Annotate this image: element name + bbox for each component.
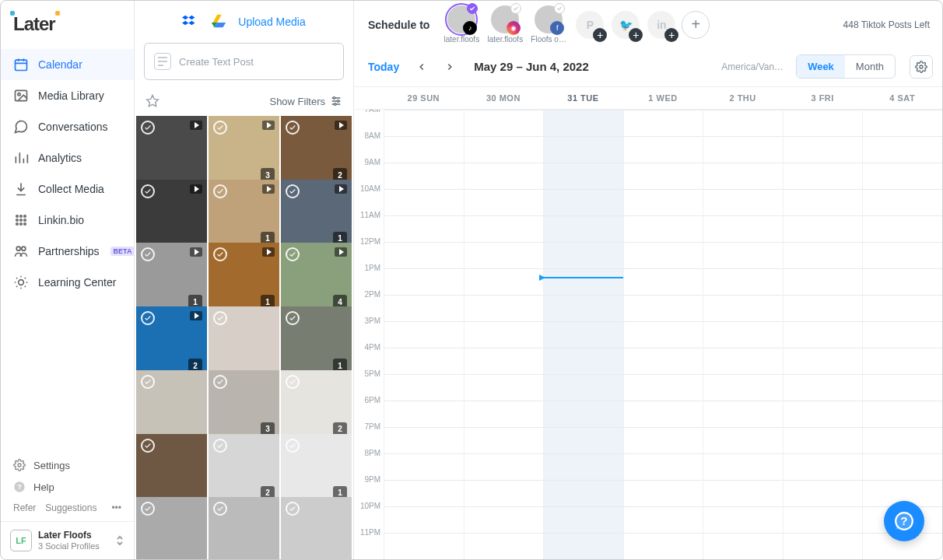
suggestions-link[interactable]: Suggestions: [45, 502, 96, 513]
show-filters-button[interactable]: Show Filters: [269, 95, 342, 107]
svg-point-10: [16, 215, 19, 218]
social-account-facebook[interactable]: fFloofs of …: [531, 5, 566, 44]
select-check-icon[interactable]: [141, 184, 155, 198]
select-check-icon[interactable]: [286, 311, 300, 325]
media-item[interactable]: 3: [209, 370, 279, 441]
date-range: May 29 – Jun 4, 2022: [474, 60, 589, 73]
select-check-icon[interactable]: [286, 247, 300, 261]
media-item[interactable]: [136, 370, 207, 441]
select-check-icon[interactable]: [213, 311, 227, 325]
day-column[interactable]: [783, 110, 863, 559]
media-item[interactable]: 1: [136, 243, 207, 313]
media-item[interactable]: 2: [281, 116, 352, 187]
refer-link[interactable]: Refer: [13, 502, 36, 513]
media-item[interactable]: 1: [281, 434, 352, 505]
select-check-icon[interactable]: [286, 439, 300, 453]
select-check-icon[interactable]: [141, 502, 155, 516]
prev-week-button[interactable]: [412, 57, 432, 77]
day-column[interactable]: ➤: [464, 110, 544, 559]
video-icon: [190, 121, 202, 130]
social-accounts: ♪later.floofs◉later.floofsfFloofs of …: [443, 5, 566, 44]
sidebar-item-linkin-bio[interactable]: Linkin.bio: [1, 205, 134, 236]
time-label: 1PM: [354, 264, 384, 290]
media-item[interactable]: 1: [281, 180, 352, 250]
select-check-icon[interactable]: [213, 184, 227, 198]
select-check-icon[interactable]: [141, 311, 155, 325]
day-column[interactable]: [384, 110, 464, 559]
social-account-instagram[interactable]: ◉later.floofs: [487, 5, 523, 44]
timezone-selector[interactable]: America/Van…: [721, 61, 783, 72]
sidebar-item-label: Learning Center: [38, 276, 116, 289]
video-icon: [190, 184, 202, 194]
day-column[interactable]: [543, 110, 623, 559]
select-check-icon[interactable]: [141, 247, 155, 261]
day-column[interactable]: [623, 110, 703, 559]
week-view-button[interactable]: Week: [797, 55, 845, 78]
day-column[interactable]: [703, 110, 783, 559]
svg-rect-0: [16, 60, 27, 70]
account-switcher[interactable]: LF Later Floofs 3 Social Profiles: [1, 521, 134, 559]
select-check-icon[interactable]: [141, 375, 155, 389]
media-item[interactable]: 3: [209, 116, 279, 187]
more-icon[interactable]: •••: [111, 502, 121, 513]
media-item[interactable]: 1: [209, 180, 279, 250]
help-icon: ?: [13, 481, 26, 493]
calendar-body[interactable]: 7AM8AM9AM10AM11AM12PM1PM2PM3PM4PM5PM6PM7…: [354, 110, 942, 559]
media-item[interactable]: [281, 497, 352, 559]
next-week-button[interactable]: [440, 57, 460, 77]
sidebar-item-collect-media[interactable]: Collect Media: [1, 173, 134, 205]
sidebar-item-partnerships[interactable]: PartnershipsBETA: [1, 236, 134, 267]
sidebar-item-calendar[interactable]: Calendar: [1, 49, 134, 80]
sidebar-item-media-library[interactable]: Media Library: [1, 80, 134, 111]
select-check-icon[interactable]: [141, 439, 155, 453]
media-item[interactable]: 2: [136, 306, 207, 377]
select-check-icon[interactable]: [213, 247, 227, 261]
media-item[interactable]: 4: [281, 243, 352, 313]
select-check-icon[interactable]: [141, 121, 155, 135]
help-link[interactable]: ? Help: [13, 476, 121, 498]
create-text-post-button[interactable]: Create Text Post: [144, 43, 344, 80]
dropbox-icon[interactable]: [182, 13, 199, 30]
select-check-icon[interactable]: [286, 502, 300, 516]
brand-name: Later: [13, 13, 55, 35]
account-label: later.floofs: [488, 35, 524, 44]
select-check-icon[interactable]: [286, 184, 300, 198]
create-text-post-label: Create Text Post: [179, 56, 254, 68]
today-button[interactable]: Today: [363, 58, 404, 76]
sidebar-item-conversations[interactable]: Conversations: [1, 111, 134, 142]
month-view-button[interactable]: Month: [845, 55, 895, 78]
media-item[interactable]: [209, 497, 279, 559]
calendar-panel: Schedule to ♪later.floofs◉later.floofsfF…: [354, 1, 942, 559]
media-item[interactable]: [136, 497, 207, 559]
select-check-icon[interactable]: [286, 375, 300, 389]
social-account-tiktok[interactable]: ♪later.floofs: [443, 5, 479, 44]
star-filter-icon[interactable]: [145, 94, 160, 108]
add-linkedin-account[interactable]: in+: [647, 11, 675, 39]
add-pinterest-account[interactable]: P+: [576, 11, 604, 39]
select-check-icon[interactable]: [213, 439, 227, 453]
calendar-settings-button[interactable]: [910, 55, 933, 79]
media-item[interactable]: 2: [281, 370, 352, 441]
media-item[interactable]: 1: [281, 306, 352, 377]
help-chat-button[interactable]: ?: [884, 501, 924, 541]
select-check-icon[interactable]: [213, 121, 227, 135]
pinterest-icon: P: [587, 19, 594, 31]
media-item[interactable]: [136, 116, 207, 187]
google-drive-icon[interactable]: [210, 13, 227, 30]
select-check-icon[interactable]: [213, 375, 227, 389]
upload-media-link[interactable]: Upload Media: [238, 16, 305, 28]
media-item[interactable]: 1: [209, 243, 279, 313]
settings-link[interactable]: Settings: [13, 454, 121, 476]
day-column[interactable]: [862, 110, 942, 559]
add-twitter-account[interactable]: 🐦+: [612, 11, 640, 39]
sidebar-item-analytics[interactable]: Analytics: [1, 142, 134, 173]
select-check-icon[interactable]: [286, 121, 300, 135]
media-item[interactable]: [136, 434, 207, 505]
media-item[interactable]: 2: [209, 434, 279, 505]
media-item[interactable]: [136, 180, 207, 250]
account-meta: Later Floofs 3 Social Profiles: [38, 530, 100, 551]
add-social-button[interactable]: +: [682, 11, 710, 39]
media-item[interactable]: [209, 306, 279, 377]
sidebar-item-learning-center[interactable]: Learning Center: [1, 267, 134, 298]
select-check-icon[interactable]: [213, 502, 227, 516]
